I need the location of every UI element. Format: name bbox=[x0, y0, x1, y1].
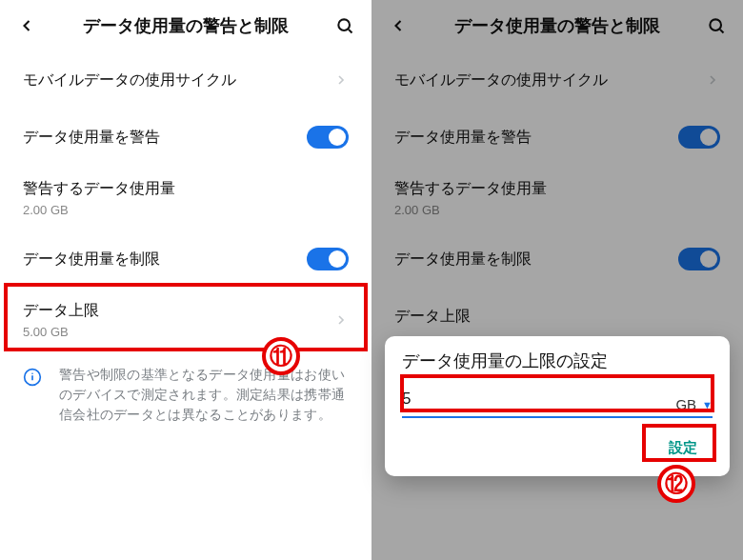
toggle-switch[interactable] bbox=[678, 248, 720, 270]
row-label: 警告するデータ使用量 bbox=[23, 179, 175, 199]
row-usage-cycle[interactable]: モバイルデータの使用サイクル bbox=[4, 51, 368, 109]
search-button[interactable] bbox=[703, 12, 730, 39]
topbar: データ使用量の警告と制限 bbox=[372, 0, 743, 51]
row-subtext: 5.00 GB bbox=[23, 325, 99, 339]
info-note: 警告や制限の基準となるデータ使用量はお使いのデバイスで測定されます。測定結果は携… bbox=[4, 352, 368, 439]
screenshot-right: データ使用量の警告と制限 モバイルデータの使用サイクル データ使用量を警告 警告… bbox=[372, 0, 743, 560]
row-warn-amount[interactable]: 警告するデータ使用量 2.00 GB bbox=[4, 166, 368, 230]
row-label: データ上限 bbox=[23, 301, 99, 321]
annotation-badge-11: ⑪ bbox=[262, 337, 300, 375]
data-limit-dialog: データ使用量の上限の設定 GB ▼ 設定 bbox=[385, 336, 730, 476]
settings-list: モバイルデータの使用サイクル データ使用量を警告 警告するデータ使用量 2.00… bbox=[372, 51, 743, 345]
toggle-switch[interactable] bbox=[307, 248, 349, 270]
row-subtext: 2.00 GB bbox=[23, 203, 175, 217]
row-label: モバイルデータの使用サイクル bbox=[394, 70, 608, 90]
page-title: データ使用量の警告と制限 bbox=[53, 14, 318, 37]
row-warn-toggle[interactable]: データ使用量を警告 bbox=[4, 109, 368, 166]
row-limit-toggle[interactable]: データ使用量を制限 bbox=[4, 230, 368, 288]
chevron-left-icon bbox=[389, 16, 408, 35]
search-icon bbox=[335, 16, 354, 35]
annotation-badge-12: ⑫ bbox=[657, 465, 695, 503]
caret-down-icon: ▼ bbox=[702, 399, 713, 410]
unit-dropdown[interactable]: GB ▼ bbox=[675, 396, 713, 412]
svg-point-4 bbox=[31, 372, 33, 374]
row-label: モバイルデータの使用サイクル bbox=[23, 70, 236, 90]
svg-line-1 bbox=[349, 30, 352, 33]
row-label: データ使用量を警告 bbox=[394, 128, 532, 148]
chevron-left-icon bbox=[17, 16, 36, 35]
back-button[interactable] bbox=[13, 12, 40, 39]
toggle-switch[interactable] bbox=[678, 126, 720, 149]
row-warn-amount[interactable]: 警告するデータ使用量 2.00 GB bbox=[375, 166, 739, 230]
dialog-title: データ使用量の上限の設定 bbox=[402, 350, 713, 372]
row-label: データ使用量を制限 bbox=[394, 250, 532, 270]
page-title: データ使用量の警告と制限 bbox=[425, 14, 690, 37]
row-label: データ上限 bbox=[394, 307, 471, 327]
row-subtext: 2.00 GB bbox=[394, 203, 547, 217]
chevron-right-icon bbox=[705, 72, 720, 88]
topbar: データ使用量の警告と制限 bbox=[0, 0, 372, 51]
row-limit-toggle[interactable]: データ使用量を制限 bbox=[375, 230, 739, 288]
svg-line-6 bbox=[720, 30, 724, 33]
chevron-right-icon bbox=[333, 72, 349, 88]
info-text: 警告や制限の基準となるデータ使用量はお使いのデバイスで測定されます。測定結果は携… bbox=[59, 366, 349, 426]
svg-point-5 bbox=[710, 19, 721, 30]
back-button[interactable] bbox=[385, 12, 412, 39]
confirm-button[interactable]: 設定 bbox=[653, 431, 713, 465]
unit-label: GB bbox=[675, 396, 696, 412]
row-warn-toggle[interactable]: データ使用量を警告 bbox=[375, 109, 739, 166]
row-label: データ使用量を制限 bbox=[23, 250, 160, 270]
row-usage-cycle[interactable]: モバイルデータの使用サイクル bbox=[375, 51, 739, 109]
dialog-input-row: GB ▼ bbox=[402, 386, 713, 418]
row-label: 警告するデータ使用量 bbox=[394, 179, 547, 199]
row-data-cap[interactable]: データ上限 5.00 GB bbox=[4, 288, 368, 352]
limit-value-input[interactable] bbox=[402, 386, 666, 412]
settings-list: モバイルデータの使用サイクル データ使用量を警告 警告するデータ使用量 2.00… bbox=[0, 51, 372, 439]
info-icon bbox=[23, 368, 44, 426]
search-button[interactable] bbox=[331, 12, 358, 39]
svg-point-0 bbox=[338, 19, 350, 30]
search-icon bbox=[707, 16, 726, 35]
screenshot-left: データ使用量の警告と制限 モバイルデータの使用サイクル データ使用量を警告 警告… bbox=[0, 0, 372, 560]
toggle-switch[interactable] bbox=[307, 126, 349, 149]
chevron-right-icon bbox=[333, 312, 349, 328]
row-label: データ使用量を警告 bbox=[23, 128, 160, 148]
